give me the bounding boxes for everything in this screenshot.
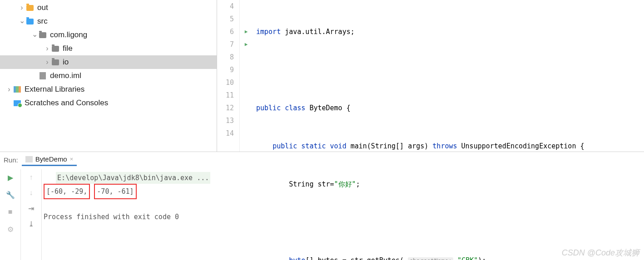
tree-label: com.ligong (50, 30, 87, 39)
tree-item-external-libraries[interactable]: External Libraries (0, 83, 217, 96)
code-text: (String[] args) (367, 142, 433, 150)
run-label: Run: (4, 156, 18, 164)
project-tree[interactable]: out src com.ligong file io demo.iml (0, 0, 217, 152)
package-icon (38, 30, 47, 39)
code-area[interactable]: import java.util.Arrays; public class By… (253, 0, 644, 152)
exit-message: Process finished with exit code 0 (44, 211, 642, 223)
package-icon (51, 58, 60, 67)
tree-label: External Libraries (25, 85, 84, 94)
up-arrow-icon[interactable]: ↑ (27, 173, 36, 182)
line-number: 10 (217, 76, 234, 89)
code-editor[interactable]: 4 5 6 7 8 9 10 11 12 13 14 ▶ ▶ import ja… (217, 0, 644, 152)
tree-label: out (37, 3, 48, 12)
line-number: 13 (217, 114, 234, 127)
tree-item-iml[interactable]: demo.iml (0, 69, 217, 83)
close-icon[interactable]: × (70, 156, 74, 162)
rerun-icon[interactable]: ▶ (6, 173, 15, 182)
file-icon (38, 71, 47, 80)
keyword: public static void (272, 142, 347, 150)
library-icon (13, 85, 22, 94)
run-tab[interactable]: ByteDemo × (22, 153, 77, 166)
tree-label: file (63, 44, 73, 53)
code-text: UnsupportedEncodingException { (457, 142, 585, 150)
output-text: [-60, -29, (46, 187, 87, 196)
line-number: 7 (217, 38, 234, 51)
output-text: -70, -61] (97, 187, 134, 196)
line-number: 14 (217, 127, 234, 140)
code-text: ByteDemo { (305, 104, 350, 112)
chevron-down-icon[interactable] (18, 17, 25, 26)
keyword: public class (256, 104, 305, 112)
chevron-down-icon[interactable] (31, 31, 38, 39)
package-icon (51, 44, 60, 53)
tree-item-src[interactable]: src (0, 15, 217, 28)
run-sidebar-secondary: ↑ ↓ ⇥ ⤓ (21, 169, 42, 260)
run-class-icon[interactable]: ▶ (240, 25, 253, 38)
tree-item-file[interactable]: file (0, 42, 217, 55)
line-number: 12 (217, 102, 234, 114)
chevron-right-icon[interactable] (44, 58, 51, 66)
folder-icon (25, 3, 35, 12)
tree-label: src (37, 17, 48, 26)
tree-label: demo.iml (50, 71, 81, 80)
gutter-icons: ▶ ▶ (240, 0, 253, 152)
down-arrow-icon[interactable]: ↓ (27, 188, 36, 197)
settings-icon[interactable]: ⚙ (6, 225, 15, 234)
folder-icon (25, 17, 35, 26)
console-command: E:\develop\Java\jdk8\bin\java.exe ... (56, 172, 210, 184)
scratch-icon (13, 98, 22, 108)
chevron-right-icon[interactable] (44, 44, 51, 53)
tree-item-out[interactable]: out (0, 1, 217, 15)
line-number: 9 (217, 64, 234, 76)
wrench-icon[interactable]: 🔧 (6, 190, 15, 199)
run-method-icon[interactable]: ▶ (240, 38, 253, 51)
highlighted-output: -70, -61] (94, 184, 136, 199)
tree-label: Scratches and Consoles (25, 98, 108, 108)
code-text: main (347, 142, 367, 150)
run-tab-title: ByteDemo (35, 155, 67, 163)
tree-item-scratches[interactable]: Scratches and Consoles (0, 96, 217, 110)
line-number: 4 (217, 0, 234, 13)
run-header: Run: ByteDemo × (4, 153, 77, 166)
stop-icon[interactable]: ■ (6, 207, 15, 216)
run-config-icon (25, 156, 33, 162)
console-output[interactable]: E:\develop\Java\jdk8\bin\java.exe ... [-… (42, 169, 644, 260)
scroll-to-end-icon[interactable]: ⤓ (27, 219, 36, 228)
tree-item-package[interactable]: com.ligong (0, 28, 217, 42)
line-gutter: 4 5 6 7 8 9 10 11 12 13 14 (217, 0, 240, 152)
keyword: throws (432, 142, 457, 150)
line-number: 5 (217, 13, 234, 25)
tree-label: io (63, 58, 69, 67)
keyword: import (256, 28, 281, 36)
line-number: 6 (217, 25, 234, 38)
chevron-right-icon[interactable] (5, 85, 13, 93)
chevron-right-icon[interactable] (18, 4, 25, 12)
line-number: 11 (217, 89, 234, 102)
run-sidebar-primary: ▶ 🔧 ■ ⚙ (0, 169, 21, 260)
highlighted-output: [-60, -29, (44, 184, 90, 199)
soft-wrap-icon[interactable]: ⇥ (27, 204, 36, 213)
code-text: java.util.Arrays; (281, 28, 355, 36)
tree-item-io[interactable]: io (0, 55, 217, 69)
line-number: 8 (217, 51, 234, 64)
